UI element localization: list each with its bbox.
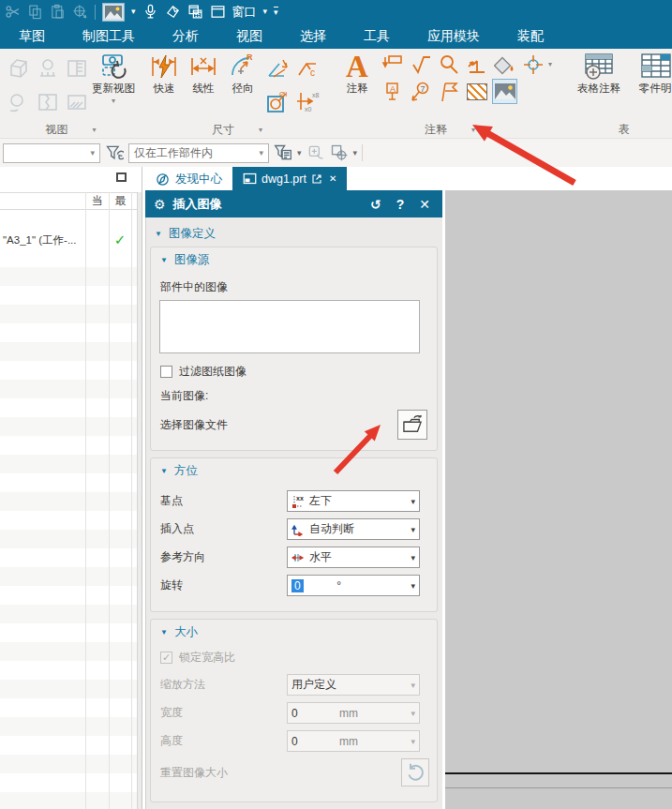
section-size[interactable]: ▼ 大小 [158,620,420,645]
cascade-windows-icon[interactable] [187,4,203,20]
close-tab-icon[interactable]: ✕ [329,173,336,184]
point-caret-icon[interactable]: ▾ [353,148,358,157]
section-image-source[interactable]: ▼ 图像源 [158,247,420,273]
menu-selection[interactable]: 选择 [281,23,345,49]
dialog-reset-icon[interactable]: ↺ [366,197,385,212]
filter-caret-icon[interactable]: ▾ [297,148,302,157]
break-view-icon[interactable] [37,91,59,113]
scale-method-value: 用户定义 [291,677,336,693]
reset-size-label: 重置图像大小 [160,765,401,781]
navigator-scrollbar[interactable] [137,192,142,809]
dimension-group-caret-icon[interactable]: ▾ [259,126,262,134]
menu-sketch[interactable]: 草图 [0,23,64,49]
linear-dimension-button[interactable]: 线性 [185,52,222,96]
filter-drawing-images-row[interactable]: 过滤图纸图像 [160,364,418,380]
section-image-definition[interactable]: ▼ 图像定义 [149,221,439,247]
drawing-canvas[interactable]: UG爱好者论坛@伤口上散盐 [445,190,672,809]
scale-method-label: 缩放方法 [160,677,287,693]
image-list-label: 部件中的图像 [160,279,418,295]
rotation-input[interactable]: 0 ° ▾ [287,575,420,596]
reset-filter-icon[interactable] [105,143,124,162]
target-point-button[interactable] [520,52,545,77]
parts-list-label: 零件明 [639,82,672,96]
selection-filter-combo[interactable]: ▾ [3,143,100,163]
copy-icon[interactable] [27,4,43,20]
datum-feature-symbol-button[interactable]: A [380,79,405,104]
crosshatch-button[interactable] [464,79,489,104]
note-button[interactable]: A 注释 [336,52,378,96]
tab-dwg1-part[interactable]: dwg1.prt ✕ [232,167,347,190]
insertion-point-combo[interactable]: 自动判断 ▾ [287,518,420,540]
leader-annotation-button[interactable] [380,52,405,77]
dialog-help-icon[interactable]: ? [393,197,409,212]
insert-image-button[interactable] [492,79,517,104]
part-image-listbox[interactable] [159,300,420,353]
datum-feature-button[interactable] [464,52,489,77]
menu-assembly[interactable]: 装配 [499,23,562,49]
cut-icon[interactable] [5,4,21,20]
ribbon-options-caret-icon[interactable]: ▾ [274,7,278,17]
annotation-more-caret-icon[interactable]: ▾ [548,60,552,68]
section-caret-icon: ▼ [160,628,168,637]
snap-point-icon[interactable] [306,143,325,162]
insert-image-recent-button[interactable] [102,3,125,22]
surface-finish-button[interactable] [408,52,433,77]
reset-size-button [401,758,429,787]
balloon-button[interactable]: 7 [408,79,433,104]
menu-application[interactable]: 应用模块 [409,23,499,49]
pop-out-tab-icon[interactable] [311,173,322,185]
tab-discovery-center[interactable]: 发现中心 [145,168,232,190]
fill-color-button[interactable] [492,52,517,77]
filter-icon[interactable] [274,143,292,162]
scope-combo[interactable]: 仅在工作部件内 ▾ [128,143,269,163]
section-orientation[interactable]: ▼ 方位 [158,458,420,484]
window-menu-caret-icon[interactable]: ▾ [263,7,268,16]
column-header-current[interactable]: 当 [85,193,109,209]
select-image-file-row: 选择图像文件 [160,410,418,440]
browse-image-file-button[interactable] [397,410,427,440]
section-line-icon[interactable] [66,91,88,113]
projected-view-icon[interactable] [37,57,59,80]
microphone-icon[interactable] [142,4,158,20]
window-menu[interactable]: 窗口 [232,4,257,21]
update-view-button[interactable]: 更新视图 ▾ [93,52,134,105]
point-dialog-icon[interactable] [330,143,349,162]
svg-text:A: A [390,83,396,93]
reference-direction-combo[interactable]: 水平 ▾ [287,547,420,568]
width-input: 0 mm ▾ [287,702,420,724]
custom-symbol-button[interactable] [436,52,461,77]
section-view-icon[interactable] [66,57,88,80]
angular-dimension-icon[interactable] [266,56,291,81]
annotation-group-caret-icon[interactable]: ▾ [471,126,475,134]
ordinate-dimension-icon[interactable]: x8 x0 [295,89,320,113]
linear-dimension-icon [189,52,217,81]
parts-list-button[interactable]: 零件明 [631,52,672,96]
window-icon[interactable] [210,4,226,20]
diameter-dimension-icon[interactable]: ØI [266,89,291,113]
datum-target-button[interactable] [436,79,461,104]
dialog-header[interactable]: ⚙ 插入图像 ↺ ? ✕ [145,190,442,217]
filter-images-checkbox[interactable] [160,366,172,378]
detail-view-icon[interactable] [7,91,30,113]
paste-icon[interactable] [50,4,66,20]
tabular-note-button[interactable]: 表格注释 [575,52,623,96]
menu-tools[interactable]: 工具 [345,23,409,49]
menu-view[interactable]: 视图 [217,23,281,49]
view-group-caret-icon[interactable]: ▾ [92,126,96,134]
touch-gesture-icon[interactable] [165,4,181,20]
radial-dimension-button[interactable]: R 径向 [224,52,261,96]
svg-text:c: c [310,67,315,78]
navigator-rows[interactable] [0,267,142,809]
dropdown-caret-icon[interactable]: ▾ [131,7,136,16]
base-point-label: 基点 [160,493,287,509]
column-header-latest[interactable]: 最 [109,193,131,209]
base-point-combo[interactable]: xx 左下 ▾ [287,490,420,512]
float-panel-icon[interactable] [116,172,127,182]
chamfer-dimension-icon[interactable]: c [295,56,320,81]
menu-analysis[interactable]: 分析 [154,23,217,49]
dialog-close-icon[interactable]: ✕ [415,197,434,212]
quick-dimension-button[interactable]: 快速 [145,52,183,96]
menu-drafting-tools[interactable]: 制图工具 [64,23,154,49]
transform-icon[interactable] [72,4,88,20]
base-view-icon[interactable] [7,57,30,80]
